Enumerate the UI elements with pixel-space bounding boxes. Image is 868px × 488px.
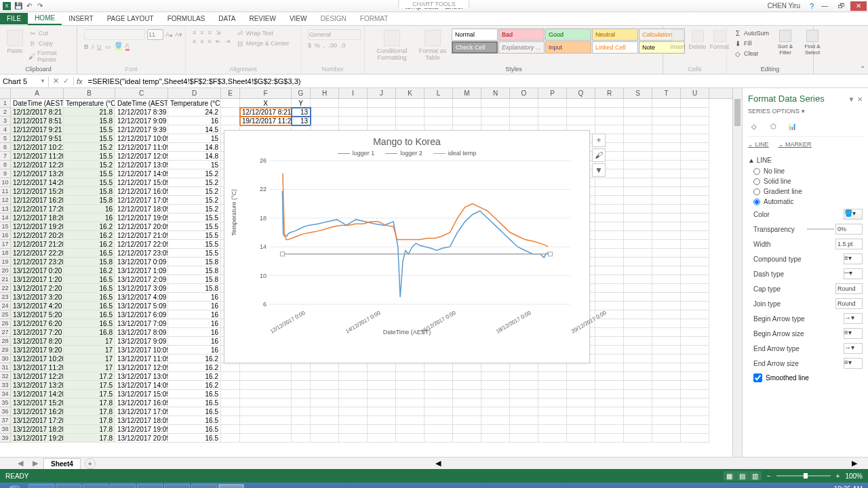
tab-design[interactable]: DESIGN: [313, 13, 353, 24]
cell[interactable]: [425, 399, 453, 407]
cell[interactable]: [652, 152, 681, 161]
cell[interactable]: [624, 381, 652, 390]
cell[interactable]: [652, 293, 681, 302]
cell[interactable]: [240, 381, 292, 390]
cell[interactable]: 13/12/2017 11:20: [11, 363, 64, 372]
cell[interactable]: [624, 258, 652, 266]
col-header-U[interactable]: U: [681, 88, 709, 98]
cell[interactable]: 12/12/2017 17:09: [115, 196, 168, 205]
y-axis-label[interactable]: Temperature (°C): [231, 189, 237, 236]
row-header[interactable]: 9: [0, 169, 11, 178]
horizontal-scrollbar[interactable]: ◀▶: [434, 459, 859, 468]
cell[interactable]: [425, 407, 453, 416]
row-header[interactable]: 15: [0, 222, 11, 231]
cell[interactable]: [624, 284, 652, 293]
clear-button[interactable]: ◇Clear: [732, 49, 770, 58]
cell[interactable]: [311, 363, 339, 372]
cell[interactable]: [595, 425, 624, 434]
cell[interactable]: 13/12/2017 10:20: [11, 354, 64, 363]
end-arrow-size-select[interactable]: ≡▾: [844, 358, 863, 369]
cell[interactable]: [368, 117, 396, 125]
cell[interactable]: [538, 99, 567, 108]
taskbar-explorer[interactable]: 📁: [56, 484, 81, 488]
cell[interactable]: 15.5: [64, 152, 115, 161]
cell[interactable]: 15.2: [168, 196, 221, 205]
row-header[interactable]: 31: [0, 363, 11, 372]
cell[interactable]: [595, 354, 624, 363]
row-header[interactable]: 36: [0, 407, 11, 416]
taskbar-skype[interactable]: S: [137, 484, 163, 488]
cell[interactable]: [595, 249, 624, 258]
cell[interactable]: [368, 372, 396, 381]
formula-bar[interactable]: [85, 76, 868, 87]
cell[interactable]: [681, 346, 709, 354]
sort-filter-button[interactable]: Sort & Filter: [773, 28, 797, 57]
cell[interactable]: [624, 152, 652, 161]
cell[interactable]: [292, 390, 311, 399]
cell[interactable]: [624, 416, 652, 425]
cell[interactable]: [567, 434, 595, 443]
cell[interactable]: [510, 407, 538, 416]
cell[interactable]: [652, 249, 681, 258]
cell[interactable]: 13/12/2017 7:20: [11, 328, 64, 337]
row-header[interactable]: 2: [0, 108, 11, 117]
cell[interactable]: 15.8: [64, 187, 115, 196]
series-options-icon[interactable]: 📊: [786, 120, 798, 132]
line-section-header[interactable]: ▲ LINE: [748, 155, 863, 166]
col-header-Q[interactable]: Q: [567, 88, 595, 98]
cell[interactable]: 16: [168, 328, 221, 337]
cell[interactable]: [311, 425, 339, 434]
cell[interactable]: [311, 390, 339, 399]
cell[interactable]: 13/12/2017 2:09: [115, 275, 168, 284]
cell[interactable]: 15.8: [168, 275, 221, 284]
cell[interactable]: [681, 372, 709, 381]
cell[interactable]: [681, 381, 709, 390]
cell[interactable]: 13/12/2017 18:09: [115, 416, 168, 425]
cell[interactable]: [240, 363, 292, 372]
cell[interactable]: [453, 117, 481, 125]
cell[interactable]: 16.2: [168, 372, 221, 381]
cell[interactable]: 15.8: [168, 266, 221, 275]
cell[interactable]: 12/12/2017 18:09: [115, 205, 168, 214]
cell[interactable]: [652, 258, 681, 266]
cell[interactable]: [453, 381, 481, 390]
cell-style-checkcell[interactable]: Check Cell: [452, 41, 498, 54]
cell[interactable]: 17.8: [64, 399, 115, 407]
taskbar-media[interactable]: ▶: [83, 484, 108, 488]
cell[interactable]: 12/12/2017 8:51: [11, 117, 64, 125]
cell[interactable]: [425, 117, 453, 125]
cell[interactable]: [681, 125, 709, 134]
cell[interactable]: 16: [168, 117, 221, 125]
cell[interactable]: [567, 399, 595, 407]
cell[interactable]: [652, 143, 681, 152]
row-header[interactable]: 5: [0, 134, 11, 143]
cell[interactable]: [681, 240, 709, 249]
cell[interactable]: 16.2: [64, 266, 115, 275]
cell[interactable]: 15.2: [64, 143, 115, 152]
cap-type-select[interactable]: Round: [835, 283, 863, 294]
cell[interactable]: 12/12/2017 15:20: [11, 187, 64, 196]
cell[interactable]: [652, 310, 681, 319]
cell[interactable]: [221, 381, 240, 390]
cell[interactable]: [652, 319, 681, 328]
cell-style-input[interactable]: Input: [545, 41, 591, 54]
cell[interactable]: 13/12/2017 4:09: [115, 293, 168, 302]
cell[interactable]: [240, 407, 292, 416]
cell[interactable]: 12/12/2017 21:20: [11, 240, 64, 249]
row-header[interactable]: 29: [0, 346, 11, 354]
cell[interactable]: [481, 117, 510, 125]
cell[interactable]: 13/12/2017 16:20: [11, 407, 64, 416]
cell[interactable]: 17.5: [64, 381, 115, 390]
cell[interactable]: 17: [64, 337, 115, 346]
cell[interactable]: 16.5: [64, 275, 115, 284]
cell[interactable]: 16: [168, 310, 221, 319]
cell[interactable]: [396, 416, 425, 425]
cell[interactable]: [292, 407, 311, 416]
cell-style-bad[interactable]: Bad: [498, 28, 545, 41]
close-pane-icon[interactable]: ✕: [857, 96, 863, 103]
worksheet[interactable]: ABCDEFGHIJKLMNOPQRSTU 123456789101112131…: [0, 88, 732, 457]
chart-filters-button[interactable]: ▼: [592, 163, 606, 177]
cell[interactable]: [221, 407, 240, 416]
cell[interactable]: [538, 425, 567, 434]
cell[interactable]: [681, 363, 709, 372]
